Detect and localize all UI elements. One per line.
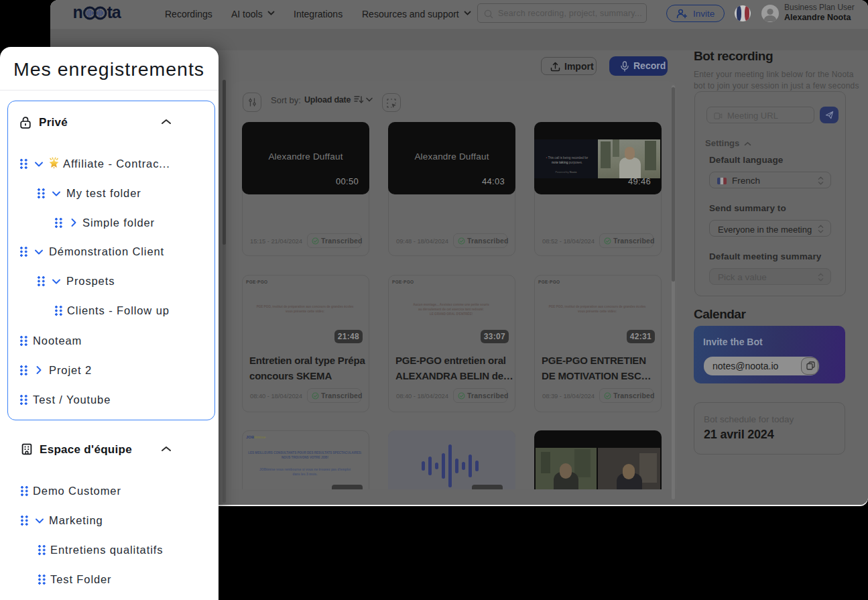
svg-text:ta: ta [107,4,122,21]
svg-text:n: n [74,4,82,21]
